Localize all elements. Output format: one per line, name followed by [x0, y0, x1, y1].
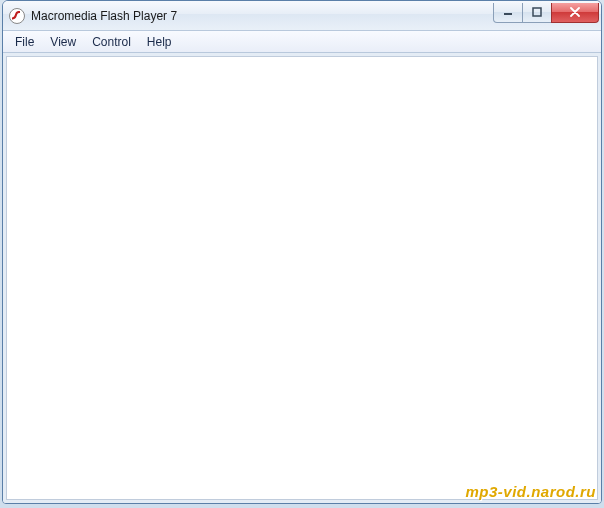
svg-rect-2 — [533, 8, 541, 16]
window-title: Macromedia Flash Player 7 — [31, 9, 494, 23]
minimize-button[interactable] — [493, 3, 523, 23]
maximize-button[interactable] — [522, 3, 552, 23]
menu-file[interactable]: File — [7, 33, 42, 51]
stage-area — [6, 56, 598, 500]
menubar: File View Control Help — [3, 31, 601, 53]
svg-point-0 — [10, 8, 25, 23]
app-window: Macromedia Flash Player 7 File View Cont… — [2, 0, 602, 504]
menu-help[interactable]: Help — [139, 33, 180, 51]
content-border — [3, 53, 601, 503]
menu-control[interactable]: Control — [84, 33, 139, 51]
titlebar[interactable]: Macromedia Flash Player 7 — [3, 1, 601, 31]
close-button[interactable] — [551, 3, 599, 23]
svg-rect-1 — [504, 13, 512, 15]
flash-player-icon — [9, 8, 25, 24]
window-controls — [494, 3, 599, 23]
menu-view[interactable]: View — [42, 33, 84, 51]
